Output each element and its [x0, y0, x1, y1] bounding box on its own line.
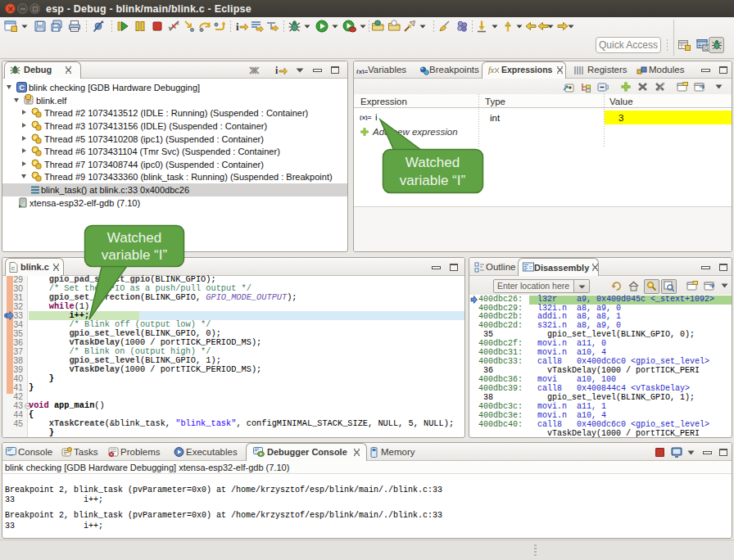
svg-text:(x)=: (x)= — [360, 114, 372, 120]
svg-text:(x)=: (x)= — [356, 68, 368, 74]
svg-text:i: i — [275, 65, 279, 75]
svg-text:Watched: Watched — [406, 155, 460, 170]
svg-text:variable “I”: variable “I” — [102, 247, 168, 263]
svg-text:i: i — [236, 20, 239, 33]
svg-text:Watched: Watched — [107, 230, 161, 246]
svg-text:c: c — [11, 264, 16, 272]
svg-text:variable “I”: variable “I” — [400, 173, 466, 188]
svg-text:fx: fx — [488, 65, 495, 75]
svg-text:G: G — [705, 45, 709, 51]
svg-text:C: C — [19, 83, 25, 92]
